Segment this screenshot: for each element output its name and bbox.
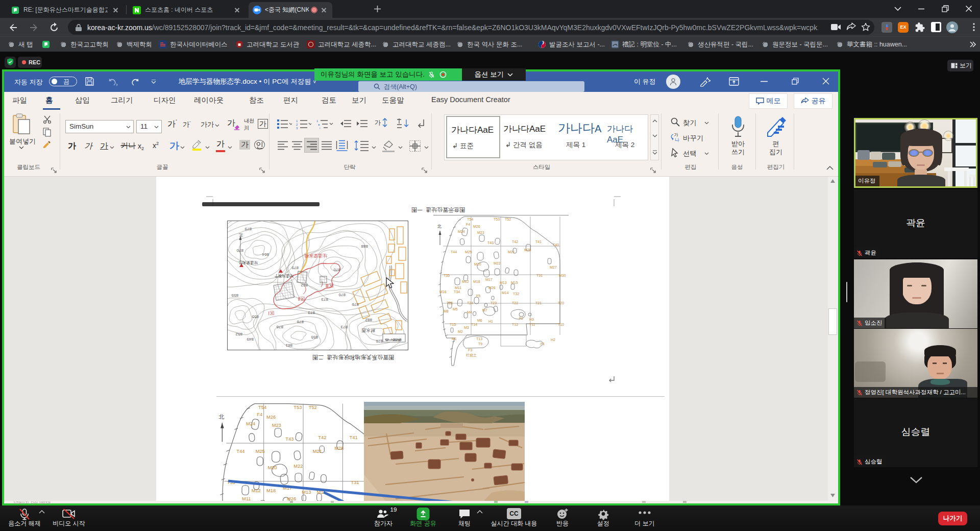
svg-text:i: i bbox=[320, 127, 320, 130]
svg-text:가: 가 bbox=[674, 132, 678, 137]
svg-text:1: 1 bbox=[296, 119, 298, 123]
svg-text:3: 3 bbox=[296, 127, 298, 130]
svg-text:a: a bbox=[318, 123, 320, 126]
svg-text:나: 나 bbox=[675, 137, 679, 142]
svg-text:1: 1 bbox=[316, 119, 318, 123]
svg-text:2: 2 bbox=[296, 123, 298, 126]
svg-text:가: 가 bbox=[375, 119, 381, 126]
